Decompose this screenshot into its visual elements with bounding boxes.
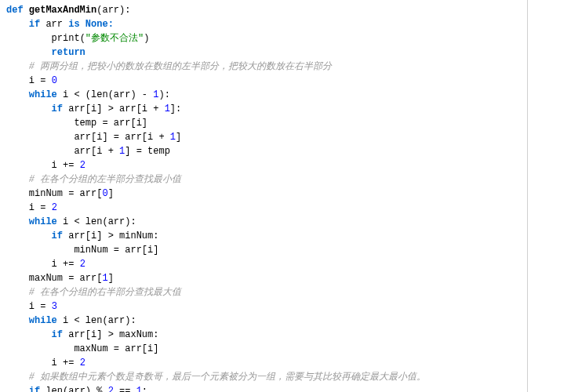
code-text: i < [57, 315, 85, 326]
builtin-len: len [45, 386, 63, 392]
paren: ( [80, 33, 85, 44]
keyword-if: if [29, 386, 40, 392]
code-text: (arr) % [63, 386, 108, 392]
code-text: minNum = arr[i] [74, 245, 158, 256]
number: 2 [80, 259, 85, 270]
code-text: arr[i] > minNum: [63, 230, 158, 241]
keyword-none: None: [80, 19, 114, 30]
code-text: arr[i] > arr[i + [63, 103, 165, 114]
number: 2 [52, 202, 57, 213]
code-text: arr [40, 19, 68, 30]
code-text: ] = temp [125, 146, 170, 157]
code-text: (arr): [102, 216, 136, 227]
params: (arr): [96, 5, 130, 16]
code-text: : [142, 386, 147, 392]
number: 3 [52, 301, 57, 312]
code-text: ]: [170, 103, 181, 114]
code-text: i < ( [57, 89, 91, 100]
code-text: i = [29, 75, 52, 86]
code-text: maxNum = arr[i] [74, 343, 158, 354]
number: 2 [80, 160, 85, 171]
code-text: == [114, 386, 136, 392]
string-literal: "参数不合法" [85, 33, 144, 44]
code-text: ] [176, 132, 181, 143]
builtin-len: len [85, 315, 103, 326]
keyword-is: is [68, 19, 79, 30]
number: 2 [108, 386, 114, 392]
keyword-if: if [52, 230, 63, 241]
keyword-while: while [29, 89, 57, 100]
code-text: (arr): [102, 315, 136, 326]
function-name: getMaxAndMin [29, 5, 96, 16]
builtin-len: len [85, 216, 103, 227]
code-text: ] [108, 273, 114, 284]
code-text: i = [29, 301, 52, 312]
code-text: (arr) - [108, 89, 154, 100]
code-text: maxNum = arr[ [29, 273, 103, 284]
comment: # 在各个分组的右半部分查找最大值 [29, 287, 181, 298]
code-text: ): [158, 89, 169, 100]
number: 0 [102, 188, 107, 199]
comment: # 如果数组中元素个数是奇数哥，最后一个元素被分为一组，需要与其比较再确定最大最… [29, 372, 426, 383]
code-text: minNum = arr[ [29, 188, 103, 199]
comment: # 在各个分组的左半部分查找最小值 [29, 174, 181, 185]
number: 1 [102, 273, 107, 284]
number: 1 [136, 386, 142, 392]
keyword-while: while [29, 216, 57, 227]
paren: ) [144, 33, 149, 44]
code-text: arr[i] > maxNum: [63, 329, 158, 340]
code-block: def getMaxAndMin(arr): if arr is None: p… [6, 3, 565, 392]
code-text: i += [52, 358, 80, 368]
keyword-return: return [52, 47, 85, 58]
code-text: arr[i] = arr[i + [74, 132, 169, 143]
comment: # 两两分组，把较小的数放在数组的左半部分，把较大的数放在右半部分 [29, 61, 332, 72]
code-text: arr[i + [74, 146, 119, 157]
number: 1 [165, 103, 170, 114]
code-text: i += [52, 160, 80, 171]
number: 0 [52, 75, 57, 86]
keyword-if: if [52, 103, 63, 114]
code-text: i = [29, 202, 52, 213]
keyword-def: def [6, 5, 24, 16]
code-text: i += [52, 259, 80, 270]
keyword-if: if [29, 19, 40, 30]
builtin-len: len [91, 89, 108, 100]
code-text: temp = arr[i] [74, 118, 147, 129]
number: 1 [170, 132, 176, 143]
code-text: ] [108, 188, 114, 199]
keyword-if: if [52, 329, 63, 340]
code-text: i < [57, 216, 85, 227]
number: 2 [80, 358, 85, 368]
keyword-while: while [29, 315, 57, 326]
builtin-print: print [52, 33, 80, 44]
